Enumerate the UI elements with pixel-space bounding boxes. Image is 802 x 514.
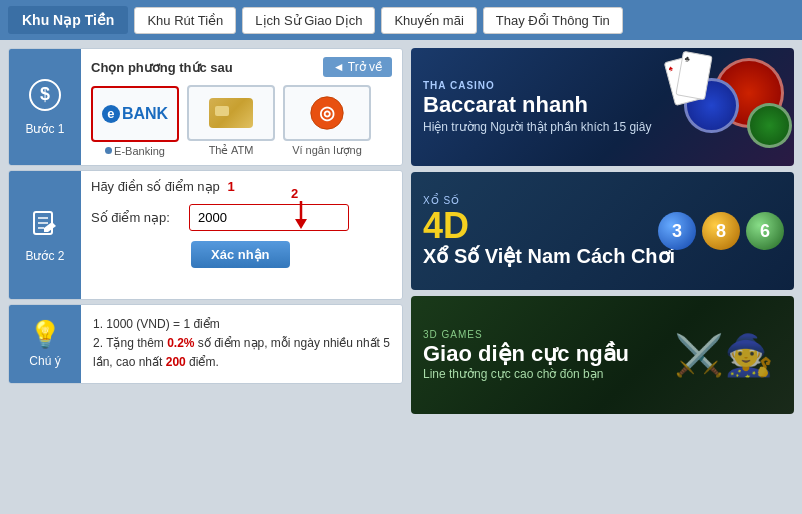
lottery-4d-title: 4D: [423, 208, 675, 244]
note-line-1: 1. 1000 (VND) = 1 điểm: [93, 315, 390, 334]
wallet-icon: ◎: [309, 95, 345, 131]
step2-sidebar: Bước 2: [9, 171, 81, 299]
arrow2-icon: [291, 201, 311, 231]
step1-content: Chọn phương thức sau ◄ Trở về e BANK: [81, 49, 402, 165]
atm-option-box[interactable]: [187, 85, 275, 141]
ebank-letter: e: [102, 105, 120, 123]
lottery-main-title: Xổ Số Việt Nam Cách Chơi: [423, 244, 675, 268]
svg-text:◎: ◎: [319, 103, 335, 123]
wallet-option[interactable]: ◎ Ví ngân lượng: [283, 85, 371, 157]
confirm-button[interactable]: Xác nhận: [191, 241, 290, 268]
games3d-subtitle: Line thưởng cực cao chờ đón bạn: [423, 367, 629, 381]
edit-icon: [30, 208, 60, 245]
annotation-1: 1: [227, 179, 234, 194]
svg-text:$: $: [40, 84, 50, 104]
back-button[interactable]: ◄ Trở về: [323, 57, 392, 77]
left-panel: $ Bước 1 Chọn phương thức sau ◄ Trở về e: [8, 48, 403, 414]
lottery-text: XỔ SỐ 4D Xổ Số Việt Nam Cách Chơi: [423, 195, 675, 268]
lottery-balls: 3 8 6: [658, 212, 784, 250]
step2-instruction: Hãy điền số điểm nạp 1: [91, 179, 392, 194]
step2-content: Hãy điền số điểm nạp 1 2 Số điểm nạ: [81, 171, 402, 299]
games3d-promo-card[interactable]: 3D GAMES Giao diện cực ngầu Line thưởng …: [411, 296, 794, 414]
points-label: Số điểm nạp:: [91, 210, 181, 225]
nav-tab-khuyen-mai[interactable]: Khuyến mãi: [381, 7, 476, 34]
baccarat-subtitle: Hiện trường Người thật phần khích 15 giâ…: [423, 120, 651, 134]
games3d-tag: 3D GAMES: [423, 329, 629, 340]
ball-8: 8: [702, 212, 740, 250]
lottery-promo-card[interactable]: XỔ SỐ 4D Xổ Số Việt Nam Cách Chơi 3 8 6: [411, 172, 794, 290]
note-label: Chú ý: [29, 354, 60, 368]
ball-6: 6: [746, 212, 784, 250]
nav-tab-lich-su[interactable]: Lịch Sử Giao Dịch: [242, 7, 375, 34]
step1-header: Chọn phương thức sau ◄ Trở về: [91, 57, 392, 77]
atm-option[interactable]: Thẻ ATM: [187, 85, 275, 157]
svg-marker-10: [295, 219, 307, 229]
ebank-option[interactable]: e BANK E-Banking: [91, 86, 179, 157]
baccarat-title: Baccarat nhanh: [423, 93, 651, 117]
baccarat-promo-card[interactable]: THA CASINO Baccarat nhanh Hiện trường Ng…: [411, 48, 794, 166]
chip-green: [747, 103, 792, 148]
note-sidebar: 💡 Chú ý: [9, 305, 81, 383]
ball-3: 3: [658, 212, 696, 250]
right-panel: THA CASINO Baccarat nhanh Hiện trường Ng…: [411, 48, 794, 414]
ebank-dot: [105, 147, 112, 154]
games3d-text: 3D GAMES Giao diện cực ngầu Line thưởng …: [423, 329, 629, 380]
bulb-icon: 💡: [29, 319, 61, 350]
points-input[interactable]: [189, 204, 349, 231]
ebank-text: BANK: [122, 105, 168, 123]
dollar-icon: $: [29, 79, 61, 118]
step1-title: Chọn phương thức sau: [91, 60, 233, 75]
top-navigation: Khu Nạp Tiền Khu Rút Tiền Lịch Sử Giao D…: [0, 0, 802, 40]
ebank-option-box[interactable]: e BANK: [91, 86, 179, 142]
ebank-logo: e BANK: [102, 105, 168, 123]
step2-label: Bước 2: [25, 249, 64, 263]
nav-tab-thay-doi[interactable]: Thay Đổi Thông Tin: [483, 7, 623, 34]
annotation-2: 2: [291, 186, 311, 234]
baccarat-tag: THA CASINO: [423, 80, 651, 91]
step1-card: $ Bước 1 Chọn phương thức sau ◄ Trở về e: [8, 48, 403, 166]
nav-brand: Khu Nạp Tiền: [8, 6, 128, 34]
atm-label: Thẻ ATM: [209, 144, 254, 157]
ebank-label: E-Banking: [105, 145, 165, 157]
wallet-label: Ví ngân lượng: [292, 144, 362, 157]
note-content: 1. 1000 (VND) = 1 điểm 2. Tặng thêm 0.2%…: [81, 305, 402, 383]
baccarat-text: THA CASINO Baccarat nhanh Hiện trường Ng…: [423, 80, 651, 134]
step1-sidebar: $ Bước 1: [9, 49, 81, 165]
wallet-option-box[interactable]: ◎: [283, 85, 371, 141]
atm-card-icon: [209, 98, 253, 128]
step1-label: Bước 1: [25, 122, 64, 136]
nav-tab-rut-tien[interactable]: Khu Rút Tiền: [134, 7, 236, 34]
lottery-tag: XỔ SỐ: [423, 195, 675, 206]
note-card: 💡 Chú ý 1. 1000 (VND) = 1 điểm 2. Tặng t…: [8, 304, 403, 384]
payment-options: e BANK E-Banking: [91, 85, 392, 157]
main-layout: $ Bước 1 Chọn phương thức sau ◄ Trở về e: [0, 40, 802, 422]
step2-card: Bước 2 Hãy điền số điểm nạp 1 2: [8, 170, 403, 300]
points-input-row: Số điểm nạp:: [91, 204, 392, 231]
highlight-percent: 0.2%: [167, 336, 194, 350]
chips-decoration: ♠ ♣: [654, 48, 794, 166]
games3d-title: Giao diện cực ngầu: [423, 342, 629, 366]
highlight-num: 200: [166, 355, 186, 369]
card-fan: ♠ ♣: [664, 53, 714, 123]
note-line-2: 2. Tặng thêm 0.2% số điểm nạp, mỗi ngày …: [93, 334, 390, 372]
game-characters: ⚔️🧙: [664, 306, 784, 404]
